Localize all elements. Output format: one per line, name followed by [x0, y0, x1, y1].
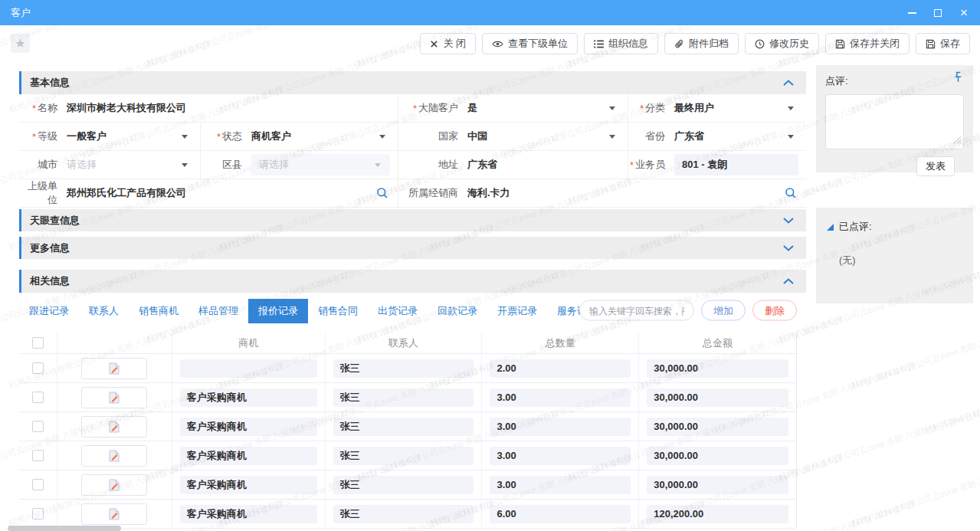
section-title: 相关信息	[30, 274, 70, 288]
edit-record-button[interactable]	[81, 445, 147, 467]
category-select[interactable]: 最终用户	[674, 94, 806, 122]
paperclip-icon	[674, 39, 684, 49]
delete-button[interactable]: 删除	[752, 300, 797, 321]
modify-history-button[interactable]: 修改历史	[745, 33, 819, 54]
amount-cell[interactable]: 30,000.00	[647, 388, 788, 407]
contact-cell[interactable]: 张三	[333, 359, 474, 378]
edit-record-button[interactable]	[81, 387, 147, 408]
triangle-icon[interactable]	[827, 224, 834, 231]
opportunity-cell[interactable]: 客户采购商机	[180, 505, 317, 523]
table-row: 客户采购商机 张三 3.00 30,000.00	[19, 412, 796, 441]
document-edit-icon	[109, 362, 120, 375]
save-and-close-button[interactable]: 保存并关闭	[825, 33, 910, 54]
qty-cell[interactable]: 6.00	[490, 505, 631, 523]
chevron-down-icon[interactable]	[783, 218, 794, 224]
opportunity-cell[interactable]: 客户采购商机	[180, 476, 317, 494]
required-marker: *	[32, 103, 36, 114]
attachment-archive-button[interactable]: 附件归档	[664, 33, 739, 54]
chevron-up-icon[interactable]	[783, 80, 794, 86]
amount-cell[interactable]: 30,000.00	[647, 447, 788, 465]
amount-cell[interactable]: 30,000.00	[647, 418, 788, 436]
qty-cell[interactable]: 3.00	[490, 476, 631, 494]
pin-icon[interactable]	[952, 71, 964, 86]
tab-payment-records[interactable]: 回款记录	[428, 299, 487, 323]
mainland-select[interactable]: 是	[467, 94, 628, 122]
tab-sales-opportunities[interactable]: 销售商机	[129, 299, 188, 323]
tab-quote-records[interactable]: 报价记录	[248, 299, 308, 323]
caret-down-icon	[609, 135, 615, 139]
publish-button[interactable]: 发表	[916, 156, 955, 176]
tab-sales-contracts[interactable]: 销售合同	[308, 299, 368, 323]
chevron-down-icon[interactable]	[783, 245, 794, 251]
qty-cell[interactable]: 3.00	[490, 388, 631, 407]
contact-cell[interactable]: 张三	[333, 418, 474, 436]
opportunity-cell[interactable]: 客户采购商机	[180, 388, 317, 407]
row-checkbox[interactable]	[32, 392, 44, 403]
close-button[interactable]: 关 闭	[420, 33, 476, 54]
address-field[interactable]: 广东省	[467, 151, 628, 179]
section-header-tianyancha[interactable]: 天眼查信息	[19, 209, 806, 231]
contact-cell[interactable]: 张三	[333, 505, 474, 523]
document-edit-icon	[109, 450, 120, 462]
minimize-button[interactable]	[906, 8, 917, 18]
tab-contacts[interactable]: 联系人	[79, 299, 129, 323]
name-field[interactable]: 深圳市树老大科技有限公司	[67, 94, 398, 122]
country-select[interactable]: 中国	[467, 123, 628, 150]
edit-record-button[interactable]	[81, 474, 147, 496]
amount-cell[interactable]: 30,000.00	[647, 359, 788, 378]
status-select[interactable]: 商机客户	[251, 123, 398, 150]
chevron-up-icon[interactable]	[783, 278, 794, 284]
search-icon[interactable]	[376, 187, 388, 202]
contact-cell[interactable]: 张三	[333, 447, 474, 465]
qty-cell[interactable]: 3.00	[490, 447, 631, 465]
section-header-related-info[interactable]: 相关信息	[19, 270, 806, 293]
comment-sidebar: 点评: 发表 已点评: (无)	[816, 65, 973, 303]
level-label: *等级	[19, 129, 67, 143]
city-select[interactable]: 请选择	[67, 151, 200, 179]
save-label: 保存	[940, 37, 960, 51]
province-select[interactable]: 广东省	[674, 123, 806, 150]
contact-cell[interactable]: 张三	[333, 388, 474, 407]
view-subunits-button[interactable]: 查看下级单位	[482, 33, 578, 54]
salesman-field[interactable]: 801 - 袁朗	[674, 154, 798, 175]
qty-cell[interactable]: 2.00	[490, 359, 631, 378]
contact-cell[interactable]: 张三	[333, 476, 474, 494]
tab-follow-records[interactable]: 跟进记录	[19, 299, 79, 323]
tab-invoice-records[interactable]: 开票记录	[487, 299, 547, 323]
dealer-field[interactable]: 海利.卡力	[467, 179, 806, 207]
opportunity-cell[interactable]: 客户采购商机	[180, 447, 317, 465]
parent-unit-field[interactable]: 郑州郑氏化工产品有限公司	[67, 179, 398, 207]
level-select[interactable]: 一般客户	[67, 123, 200, 150]
edit-record-button[interactable]	[81, 416, 147, 438]
actions-column-header	[57, 333, 172, 353]
table-actions: 增加 删除	[579, 300, 797, 321]
search-input[interactable]	[579, 300, 694, 321]
qty-cell[interactable]: 3.00	[490, 418, 631, 436]
select-all-checkbox[interactable]	[32, 337, 44, 349]
close-window-button[interactable]: ×	[959, 8, 969, 18]
search-icon[interactable]	[785, 187, 797, 202]
row-checkbox[interactable]	[32, 421, 44, 432]
favorite-star-button[interactable]: ★	[11, 34, 30, 53]
tab-sample-management[interactable]: 样品管理	[188, 299, 248, 323]
row-checkbox[interactable]	[32, 479, 44, 490]
org-info-button[interactable]: 组织信息	[584, 33, 658, 54]
maximize-button[interactable]	[932, 8, 943, 18]
amount-cell[interactable]: 120,200.00	[647, 505, 788, 523]
opportunity-cell[interactable]: 客户采购商机	[180, 418, 317, 436]
tab-shipment-records[interactable]: 出货记录	[368, 299, 428, 323]
row-checkbox[interactable]	[32, 508, 44, 520]
row-checkbox[interactable]	[32, 450, 44, 461]
save-button[interactable]: 保存	[916, 33, 970, 54]
edit-record-button[interactable]	[81, 503, 147, 525]
comment-textarea[interactable]	[825, 94, 964, 149]
form-row: *名称 深圳市树老大科技有限公司 *大陆客户 是 *分类 最终用户	[19, 94, 806, 123]
section-header-more-info[interactable]: 更多信息	[19, 237, 806, 259]
horizontal-scrollbar[interactable]	[8, 526, 121, 531]
amount-cell[interactable]: 30,000.00	[647, 476, 788, 494]
opportunity-cell[interactable]	[180, 359, 317, 378]
edit-record-button[interactable]	[81, 358, 147, 379]
section-header-basic-info[interactable]: 基本信息	[19, 71, 806, 94]
add-button[interactable]: 增加	[701, 300, 746, 321]
row-checkbox[interactable]	[32, 362, 44, 374]
